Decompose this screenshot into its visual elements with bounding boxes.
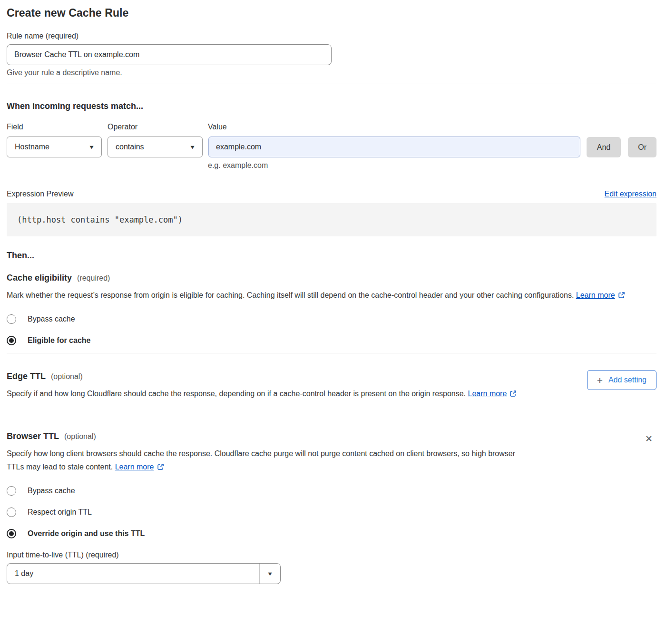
field-select-value: Hostname — [15, 143, 49, 151]
radio-unselected-icon[interactable] — [7, 507, 16, 517]
rule-name-input[interactable] — [7, 44, 332, 65]
radio-unselected-icon[interactable] — [7, 486, 16, 496]
divider — [7, 353, 656, 353]
expression-preview-row: Expression Preview Edit expression — [7, 190, 656, 198]
radio-selected-icon[interactable] — [7, 529, 16, 538]
chevron-down-icon: ▼ — [267, 571, 274, 576]
browser-ttl-title: Browser TTL — [7, 431, 59, 441]
radio-label: Bypass cache — [28, 487, 75, 495]
external-link-icon — [509, 388, 517, 401]
edge-ttl-section: Edge TTL (optional) + Add setting Specif… — [7, 371, 656, 401]
radio-option-override-origin-ttl[interactable]: Override origin and use this TTL — [7, 529, 145, 538]
edit-expression-link[interactable]: Edit expression — [605, 190, 656, 198]
operator-select-value: contains — [116, 143, 144, 151]
cache-eligibility-section: Cache eligibility (required) Mark whethe… — [7, 273, 656, 345]
chevron-down-icon: ▼ — [88, 145, 95, 150]
expression-code-block: (http.host contains "example.com") — [7, 203, 656, 236]
browser-ttl-section: Browser TTL (optional) ✕ Specify how lon… — [7, 431, 656, 584]
radio-option-bypass-cache[interactable]: Bypass cache — [7, 314, 75, 324]
radio-option-eligible-for-cache[interactable]: Eligible for cache — [7, 336, 90, 345]
learn-more-link[interactable]: Learn more — [115, 463, 154, 471]
cache-eligibility-title: Cache eligibility — [7, 273, 72, 283]
description-text: Mark whether the request’s response from… — [7, 291, 574, 299]
radio-option-bypass-cache[interactable]: Bypass cache — [7, 486, 75, 496]
then-heading: Then... — [7, 251, 656, 261]
rule-name-help: Give your rule a descriptive name. — [7, 68, 656, 77]
radio-selected-icon[interactable] — [7, 336, 16, 345]
edge-ttl-title: Edge TTL — [7, 371, 46, 381]
value-label: Value — [208, 123, 227, 131]
add-setting-label: Add setting — [608, 376, 646, 384]
operator-select[interactable]: contains ▼ — [108, 137, 203, 157]
radio-label: Eligible for cache — [28, 336, 90, 345]
cache-eligibility-description: Mark whether the request’s response from… — [7, 289, 649, 303]
match-labels-row: Field Operator Value — [7, 123, 656, 131]
edge-ttl-description: Specify if and how long Cloudflare shoul… — [7, 387, 532, 401]
browser-ttl-description: Specify how long client browsers should … — [7, 447, 525, 475]
learn-more-link[interactable]: Learn more — [576, 291, 615, 299]
or-button[interactable]: Or — [628, 137, 656, 157]
close-icon[interactable]: ✕ — [643, 432, 655, 445]
description-text: Specify how long client browsers should … — [7, 449, 515, 471]
radio-label: Override origin and use this TTL — [28, 529, 145, 538]
optional-badge: (optional) — [51, 372, 83, 381]
ttl-input-label: Input time-to-live (TTL) (required) — [7, 551, 656, 559]
plus-icon: + — [597, 375, 603, 385]
expression-preview-label: Expression Preview — [7, 190, 74, 198]
value-help: e.g. example.com — [208, 161, 656, 170]
match-condition-row: Hostname ▼ contains ▼ And Or — [7, 137, 656, 157]
value-input[interactable] — [208, 137, 580, 157]
and-button[interactable]: And — [587, 137, 621, 157]
match-section-heading: When incoming requests match... — [7, 101, 656, 111]
rule-name-label: Rule name (required) — [7, 32, 656, 40]
field-label: Field — [7, 123, 108, 131]
external-link-icon — [618, 290, 625, 303]
divider — [7, 84, 656, 84]
radio-option-respect-origin-ttl[interactable]: Respect origin TTL — [7, 507, 92, 517]
add-setting-button[interactable]: + Add setting — [587, 370, 656, 390]
field-select[interactable]: Hostname ▼ — [7, 137, 102, 157]
radio-label: Bypass cache — [28, 315, 75, 323]
ttl-select-value: 1 day — [7, 564, 259, 584]
divider — [7, 414, 656, 414]
radio-label: Respect origin TTL — [28, 508, 92, 517]
external-link-icon — [157, 461, 164, 475]
description-text: Specify if and how long Cloudflare shoul… — [7, 390, 466, 398]
ttl-select[interactable]: 1 day ▼ — [7, 563, 281, 584]
ttl-select-caret-cell[interactable]: ▼ — [259, 564, 280, 584]
optional-badge: (optional) — [64, 432, 96, 441]
learn-more-link[interactable]: Learn more — [468, 390, 507, 398]
chevron-down-icon: ▼ — [189, 145, 196, 150]
required-badge: (required) — [77, 274, 110, 283]
radio-unselected-icon[interactable] — [7, 314, 16, 324]
page-title: Create new Cache Rule — [7, 7, 656, 20]
create-cache-rule-form: Create new Cache Rule Rule name (require… — [0, 0, 666, 592]
operator-label: Operator — [108, 123, 208, 131]
